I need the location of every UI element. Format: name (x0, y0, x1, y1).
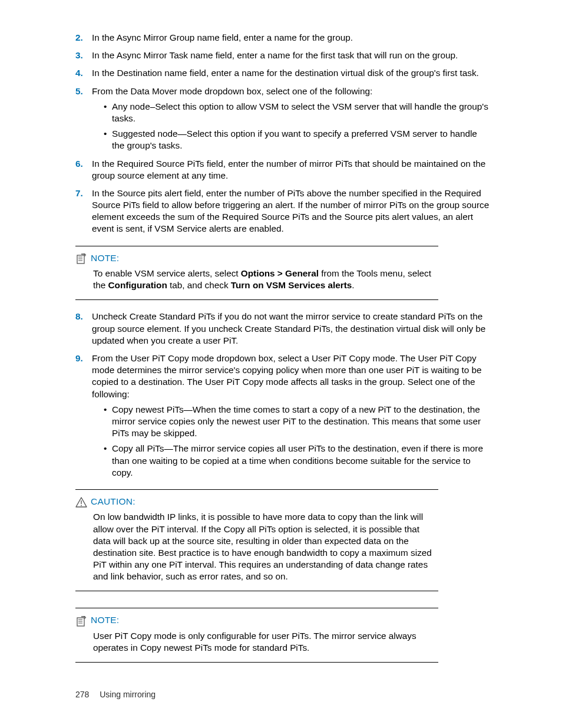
bullet-item: Copy newest PiTs—When the time comes to … (104, 404, 491, 440)
step-text: From the User PiT Copy mode dropdown box… (92, 353, 482, 399)
step-2: 2. In the Async Mirror Group name field,… (75, 32, 491, 44)
step-8: 8. Uncheck Create Standard PiTs if you d… (75, 311, 491, 347)
page-footer: 278 Using mirroring (75, 689, 156, 700)
step-5: 5. From the Data Mover mode dropdown box… (75, 85, 491, 152)
svg-rect-0 (77, 255, 84, 263)
step-text: Uncheck Create Standard PiTs if you do n… (92, 311, 485, 345)
bullet-item: Copy all PiTs—The mirror service copies … (104, 443, 491, 479)
step-number: 6. (75, 158, 83, 170)
note-block: NOTE: To enable VSM service alerts, sele… (75, 246, 438, 301)
note-icon (75, 253, 86, 263)
note-title: NOTE: (91, 614, 119, 626)
step-number: 2. (75, 32, 83, 44)
step-text: In the Destination name field, enter a n… (92, 68, 479, 78)
section-title: Using mirroring (100, 690, 156, 699)
note-title: NOTE: (91, 252, 119, 264)
caution-icon (75, 497, 86, 506)
svg-point-5 (81, 505, 82, 506)
step-number: 3. (75, 50, 83, 61)
bullet-item: Suggested node—Select this option if you… (104, 128, 491, 151)
caution-body: On low bandwidth IP links, it is possibl… (75, 511, 438, 582)
page-number: 278 (75, 690, 89, 699)
step-number: 7. (75, 187, 83, 199)
svg-rect-6 (77, 618, 84, 626)
step-number: 8. (75, 311, 83, 322)
step-4: 4. In the Destination name field, enter … (75, 67, 491, 79)
step-9: 9. From the User PiT Copy mode dropdown … (75, 353, 491, 479)
note-body: To enable VSM service alerts, select Opt… (75, 268, 438, 291)
step-number: 4. (75, 67, 83, 79)
step-text: From the Data Mover mode dropdown box, s… (92, 86, 372, 96)
caution-block: CAUTION: On low bandwidth IP links, it i… (75, 489, 438, 592)
step-text: In the Required Source PiTs field, enter… (92, 159, 485, 180)
step-3: 3. In the Async Mirror Task name field, … (75, 50, 491, 61)
step-7: 7. In the Source pits alert field, enter… (75, 187, 491, 235)
step-text: In the Async Mirror Group name field, en… (92, 32, 353, 42)
step-number: 5. (75, 85, 83, 97)
step-text: In the Async Mirror Task name field, ent… (92, 50, 458, 60)
note-body: User PiT Copy mode is only configurable … (75, 630, 438, 654)
caution-title: CAUTION: (91, 496, 135, 508)
step-text: In the Source pits alert field, enter th… (92, 188, 489, 234)
note-icon (75, 616, 86, 625)
bullet-item: Any node–Select this option to allow VSM… (104, 101, 491, 124)
step-number: 9. (75, 353, 83, 364)
note-block: NOTE: User PiT Copy mode is only configu… (75, 608, 438, 663)
step-6: 6. In the Required Source PiTs field, en… (75, 158, 491, 182)
